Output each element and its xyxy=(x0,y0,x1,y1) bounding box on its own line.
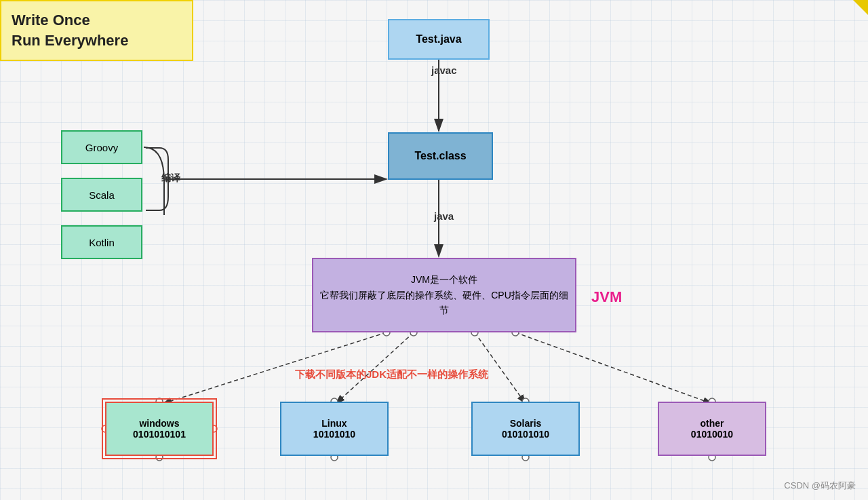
solaris-label: Solaris 010101010 xyxy=(502,418,549,440)
groovy-box: Groovy xyxy=(61,130,142,164)
other-box: other 01010010 xyxy=(658,402,766,456)
csdn-watermark: CSDN @码农阿豪 xyxy=(784,480,856,492)
test-java-label: Test.java xyxy=(416,33,461,45)
javac-label: javac xyxy=(431,64,457,76)
kotlin-box: Kotlin xyxy=(61,225,142,259)
test-class-label: Test.class xyxy=(414,150,466,162)
windows-box: windows 0101010101 xyxy=(105,402,214,456)
scala-box: Scala xyxy=(61,178,142,212)
other-label: other 01010010 xyxy=(691,418,733,440)
write-once-banner: Write OnceRun Everywhere xyxy=(0,0,193,61)
solaris-box: Solaris 010101010 xyxy=(471,402,580,456)
windows-label: windows 0101010101 xyxy=(133,418,186,440)
jvm-text: JVM是一个软件 它帮我们屏蔽了底层的操作系统、硬件、CPU指令层面的细节 xyxy=(320,272,568,318)
linux-label: Linux 10101010 xyxy=(313,418,355,440)
diagram-container: Test.java javac Test.class java JVM是一个软件… xyxy=(0,0,868,500)
translate-label: 编译 xyxy=(161,172,180,185)
write-once-text: Write OnceRun Everywhere xyxy=(12,10,182,50)
jvm-tag-label: JVM xyxy=(591,288,622,306)
test-java-box: Test.java xyxy=(388,19,490,60)
java-label: java xyxy=(434,210,454,222)
svg-line-9 xyxy=(515,332,712,404)
jvm-box: JVM是一个软件 它帮我们屏蔽了底层的操作系统、硬件、CPU指令层面的细节 xyxy=(312,258,576,332)
test-class-box: Test.class xyxy=(388,132,493,180)
jdk-note-label: 下载不同版本的JDK适配不一样的操作系统 xyxy=(295,368,488,381)
linux-box: Linux 10101010 xyxy=(280,402,389,456)
